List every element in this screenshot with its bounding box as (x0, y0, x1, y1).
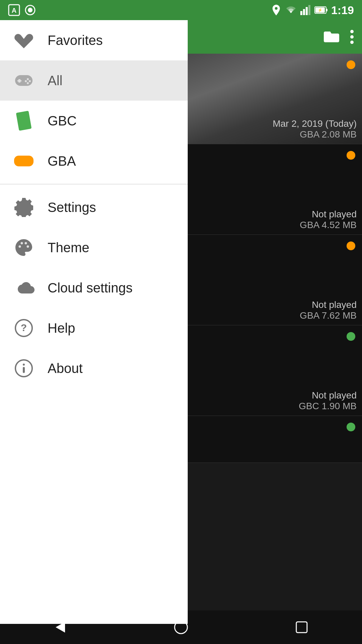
all-label: All (48, 73, 62, 88)
a-icon: A (8, 4, 20, 16)
location-icon (271, 4, 282, 16)
about-label: About (48, 361, 83, 376)
favorites-label: Favorites (48, 33, 103, 48)
svg-point-16 (29, 80, 31, 82)
palette-icon (12, 236, 36, 259)
svg-text:?: ? (21, 322, 27, 333)
game-status-dot (347, 332, 355, 341)
svg-rect-33 (296, 622, 307, 633)
svg-rect-5 (303, 9, 305, 15)
right-panel: Mar 2, 2019 (Today) GBA 2.08 MB Not play… (188, 20, 362, 624)
circle-status-icon (24, 4, 36, 16)
game-item[interactable]: Not played GBC 1.90 MB (188, 325, 362, 416)
heart-icon (12, 29, 36, 52)
game-info: Not played GBA 7.62 MB (300, 300, 357, 321)
drawer-item-all[interactable]: All (0, 60, 188, 101)
svg-text:A: A (12, 7, 16, 14)
game-item[interactable]: Not played GBA 4.52 MB (188, 144, 362, 235)
game-date: Mar 2, 2019 (Today) (273, 118, 357, 129)
game-date: Not played (299, 390, 357, 401)
game-meta: GBA 2.08 MB (273, 129, 357, 140)
status-bar-left: A (8, 4, 36, 16)
drawer-item-help[interactable]: ? Help (0, 308, 188, 348)
game-status-dot (347, 60, 355, 69)
game-date: Not played (300, 300, 357, 310)
svg-point-19 (19, 246, 21, 248)
game-meta: GBA 4.52 MB (300, 220, 357, 230)
gbc-icon (12, 109, 36, 132)
settings-label: Settings (48, 200, 96, 215)
time-display: 1:19 (331, 4, 354, 17)
svg-point-20 (21, 242, 23, 245)
gbc-label: GBC (48, 113, 77, 128)
signal-icon (300, 5, 311, 15)
drawer-item-about[interactable]: About (0, 348, 188, 388)
game-info: Not played GBC 1.90 MB (299, 390, 357, 412)
game-item[interactable]: Not played GBA 7.62 MB (188, 235, 362, 325)
drawer-item-gbc[interactable]: GBC (0, 101, 188, 141)
svg-point-29 (350, 35, 354, 39)
game-item[interactable] (188, 416, 362, 463)
game-meta: GBA 7.62 MB (300, 310, 357, 321)
help-label: Help (48, 321, 75, 336)
status-bar: A ⚡ 1:19 (0, 0, 362, 20)
svg-point-18 (27, 82, 29, 84)
theme-label: Theme (48, 240, 89, 255)
gear-icon (12, 196, 36, 219)
svg-rect-9 (326, 9, 327, 11)
main-container: Favorites All GBC (0, 20, 362, 624)
wifi-icon (285, 5, 297, 15)
svg-point-26 (23, 364, 25, 366)
more-options-icon[interactable] (350, 30, 354, 44)
game-status-dot (347, 151, 355, 160)
game-status-dot (347, 423, 355, 431)
controller-icon (12, 69, 36, 92)
game-item[interactable]: Mar 2, 2019 (Today) GBA 2.08 MB (188, 54, 362, 144)
gba-label: GBA (48, 154, 76, 169)
svg-point-30 (350, 41, 354, 44)
svg-point-15 (27, 78, 29, 80)
svg-point-21 (25, 242, 27, 245)
drawer-item-cloud-settings[interactable]: Cloud settings (0, 268, 188, 308)
svg-point-28 (350, 30, 354, 33)
cloud-settings-label: Cloud settings (48, 280, 132, 296)
navigation-drawer: Favorites All GBC (0, 20, 188, 624)
svg-point-17 (25, 80, 27, 82)
svg-point-22 (27, 246, 29, 248)
drawer-item-theme[interactable]: Theme (0, 227, 188, 268)
game-info: Not played GBA 4.52 MB (300, 209, 357, 230)
cloud-icon (12, 276, 36, 300)
help-icon: ? (12, 316, 36, 340)
svg-point-3 (28, 8, 33, 12)
gba-icon (12, 149, 36, 173)
svg-rect-14 (17, 80, 21, 82)
drawer-item-favorites[interactable]: Favorites (0, 20, 188, 60)
app-header (188, 20, 362, 54)
game-info: Mar 2, 2019 (Today) GBA 2.08 MB (273, 118, 357, 140)
game-status-dot (347, 241, 355, 250)
game-meta: GBC 1.90 MB (299, 401, 357, 412)
svg-rect-7 (308, 5, 310, 15)
svg-rect-27 (23, 367, 25, 373)
drawer-item-gba[interactable]: GBA (0, 141, 188, 181)
svg-rect-6 (306, 7, 308, 15)
battery-icon: ⚡ (314, 6, 328, 14)
status-bar-right: ⚡ 1:19 (271, 4, 354, 17)
drawer-divider (0, 184, 188, 184)
game-date: Not played (300, 209, 357, 220)
svg-text:⚡: ⚡ (318, 8, 322, 12)
drawer-item-settings[interactable]: Settings (0, 187, 188, 227)
svg-rect-4 (300, 11, 302, 15)
recents-button[interactable] (285, 610, 318, 644)
folder-icon[interactable] (323, 30, 340, 44)
game-list: Mar 2, 2019 (Today) GBA 2.08 MB Not play… (188, 54, 362, 624)
info-icon (12, 357, 36, 380)
